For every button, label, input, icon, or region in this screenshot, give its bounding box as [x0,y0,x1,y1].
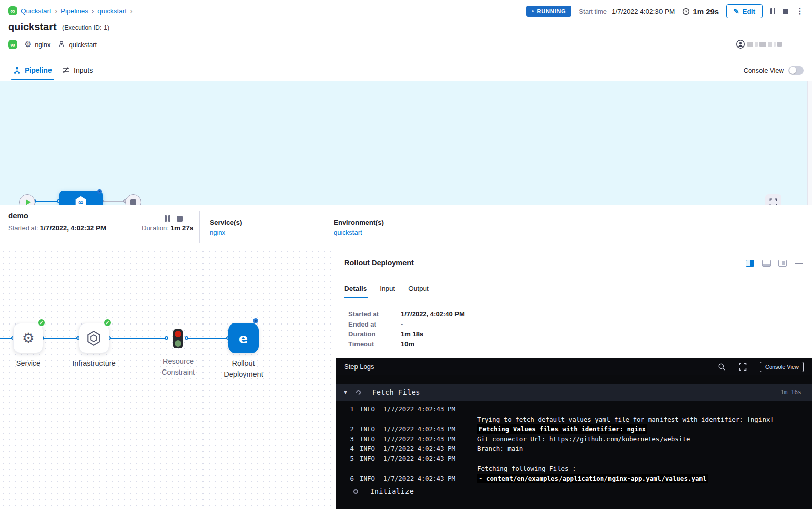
log-line: 2INFO1/7/2022 4:02:43 PMFetching Values … [349,424,812,434]
step-panel-title: Rollout Deployment [344,259,414,267]
service-tag[interactable]: ⚙ nginx [24,40,50,49]
pipeline-icon [13,67,21,74]
step-node-service[interactable]: ⚙ [13,323,43,353]
step-label: Infrastructure [64,358,124,369]
layout-float-button[interactable] [778,260,787,267]
detail-row: Duration1m 18s [348,330,561,338]
harness-cd-icon: ∞ [8,40,17,49]
environment-link[interactable]: quickstart [334,228,362,236]
divider [336,300,812,300]
success-check-icon: ✓ [103,318,112,327]
tab-details[interactable]: Details [344,285,367,292]
edit-button[interactable]: ✎ Edit [726,4,763,18]
more-options-button[interactable]: ⋮ [796,7,804,15]
red-light-icon [175,331,181,337]
log-line: 1INFO1/7/2022 4:02:43 PM [349,404,812,414]
execution-id: (Execution ID: 1) [62,24,109,31]
section-running-spinner-icon [355,389,362,396]
detail-row: Timeout10m [348,340,561,348]
step-logs-header: Step Logs Console View [336,358,812,375]
section-duration: 1m 16s [780,389,801,396]
service-link[interactable]: nginx [210,228,225,236]
logs-console-view-button[interactable]: Console View [760,362,804,372]
step-node-rollout-deployment[interactable]: e [228,323,259,353]
stage-started-at: Started at: 1/7/2022, 4:02:32 PM [8,224,106,232]
edge [109,338,168,339]
gear-icon: ⚙ [22,331,34,345]
step-label: Service [0,358,59,369]
edge-port [185,336,188,340]
breadcrumb-pipeline[interactable]: quickstart [97,7,127,15]
page-title: quickstart [8,21,57,33]
green-light-icon [175,340,181,347]
pause-execution-button[interactable] [770,8,775,14]
user-chip [736,40,782,49]
expand-logs-icon[interactable] [739,363,747,371]
section-pending-icon [353,489,358,494]
tab-pipeline[interactable]: Pipeline [13,60,52,80]
layout-bottom-button[interactable] [762,260,771,267]
tab-output[interactable]: Output [408,285,429,292]
divider [199,211,200,243]
step-node-resource-constraint[interactable] [173,329,183,348]
stage-duration: Duration: 1m 27s [142,224,193,232]
harness-logo-icon: ∞ [8,6,17,15]
active-tab-underline [344,297,368,298]
edge-stage-to-end [103,201,126,202]
canvas-scrollbar[interactable] [807,81,812,205]
log-section-fetch-files[interactable]: ▼ Fetch Files 1m 16s [336,384,812,401]
step-panel-tabs: Details Input Output [344,285,429,292]
console-view-toggle[interactable] [788,66,804,75]
search-icon[interactable] [718,363,726,371]
redacted-username [747,42,782,47]
panel-layout-controls [746,260,787,267]
execution-graph-canvas[interactable]: ⚙ ✓ ✓ e Service Infrastructure Resource … [0,248,336,509]
tab-input[interactable]: Input [380,285,395,292]
stop-execution-button[interactable] [783,9,788,14]
status-badge: RUNNING [526,6,571,17]
log-link[interactable]: https://github.com/kubernetes/website [549,435,690,443]
execution-status-cluster: RUNNING Start time 1/7/2022 4:02:30 PM 1… [526,4,804,18]
gear-icon: ⚙ [24,40,31,49]
services-label: Service(s) [210,219,242,226]
step-details-panel: Rollout Deployment Details Input Output … [336,248,812,509]
pause-stage-button[interactable] [165,215,170,222]
breadcrumb-project[interactable]: Quickstart [21,7,52,15]
log-line: Trying to fetch default values yaml file… [349,414,812,425]
stage-running-spinner-icon [97,189,102,194]
loading-dot-icon [532,10,534,12]
log-line: 4INFO1/7/2022 4:02:43 PMBranch: main [349,444,812,454]
edge [43,338,80,339]
minimize-panel-button[interactable] [795,263,803,264]
environment-tag[interactable]: quickstart [58,41,97,49]
console-view-control: Console View [744,60,804,80]
chevron-right-icon: › [130,7,132,15]
clock-icon [682,8,690,15]
chevron-right-icon: › [55,7,57,15]
step-running-spinner-icon [253,318,258,323]
section-name: Fetch Files [372,388,420,396]
pipeline-canvas[interactable]: ∞ demo + − [0,81,812,205]
layout-right-button[interactable] [746,260,754,267]
step-label: Resource Constraint [153,356,204,378]
rollout-icon: e [239,331,248,346]
edge [187,338,229,339]
section-name: Initialize [370,487,414,495]
step-node-infrastructure[interactable] [79,323,109,353]
stage-info-bar: demo Started at: 1/7/2022, 4:02:32 PM Du… [0,205,812,248]
log-line: Fetching following Files : [349,464,812,474]
detail-row: Started at1/7/2022, 4:02:40 PM [348,310,561,318]
stage-name: demo [8,211,28,220]
stop-stage-button[interactable] [177,216,183,222]
tab-inputs[interactable]: Inputs [62,60,93,80]
step-label: Rollout Deployment [218,358,269,380]
edge-start-to-stage [35,201,59,202]
breadcrumb-pipelines[interactable]: Pipelines [61,7,88,15]
log-lines[interactable]: 1INFO1/7/2022 4:02:43 PM Trying to fetch… [336,401,812,483]
environments-label: Environment(s) [334,219,384,226]
step-logs-console: Step Logs Console View ▼ Fetch Files 1m … [336,358,812,509]
view-tabbar: Pipeline Inputs Console View [0,60,812,80]
log-section-initialize[interactable]: Initialize [336,487,812,495]
chevron-down-icon: ▼ [343,389,350,395]
detail-row: Ended at- [348,320,561,328]
